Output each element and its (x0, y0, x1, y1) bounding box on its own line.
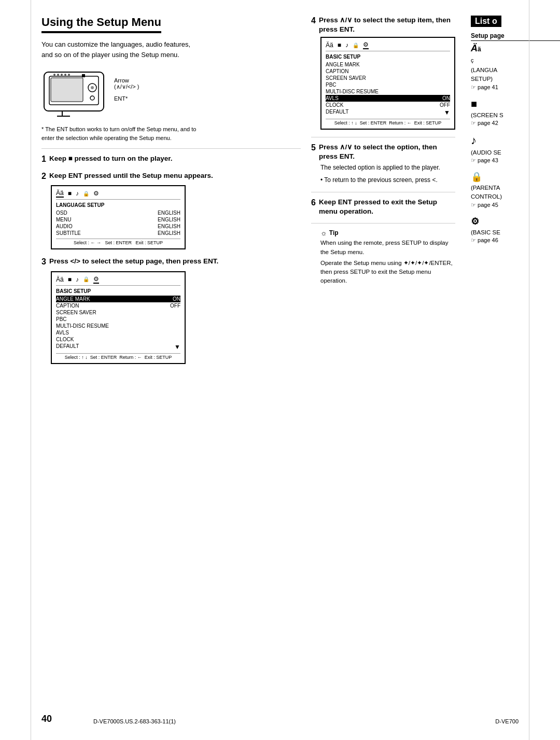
screen-row-multidisc: MULTI-DISC RESUME (56, 323, 180, 329)
gear-icon-2: ⚙ (93, 275, 99, 284)
screen-header-1: LANGUAGE SETUP (56, 202, 180, 208)
step-4: 4 Press ∧/∨ to select the setup item, th… (311, 16, 455, 130)
screen-row-audio: AUDIOENGLISH (56, 223, 180, 230)
step-5-title: Press ∧/∨ to select the option, then pre… (319, 143, 455, 161)
screen-mockup-2: Ää ■ ♪ 🔒 ⚙ BASIC SETUP ANGLE MARKON CAPT… (51, 271, 186, 364)
footer-code-right: D-VE700 (495, 718, 519, 724)
gear-icon-1: ⚙ (93, 190, 99, 197)
lang-icon-2: Ää (56, 276, 64, 283)
step-5-bullet: • To return to the previous screen, pres… (320, 175, 455, 185)
screen-mockup-3: Ää ■ ♪ 🔒 ⚙ BASIC SETUP ANGLE MARK (320, 37, 455, 130)
page-number: 40 (41, 714, 52, 724)
footnote-text: * The ENT button works to turn on/off th… (41, 125, 197, 142)
lock-icon-3: 🔒 (353, 43, 359, 48)
screen-icon-1: ■ (68, 190, 72, 197)
tip-icon: ☼ (320, 229, 327, 237)
screen-row-4-pbc: PBC (326, 81, 450, 88)
step-4-title: Press ∧/∨ to select the setup item, then… (319, 16, 455, 34)
step-6-title: Keep ENT pressed to exit the Setup menu … (319, 198, 455, 216)
divider-2 (311, 137, 455, 137)
left-margin (0, 0, 31, 740)
arrow-sub: (∧/∨/</> ) (114, 83, 139, 90)
step-2: 2 Keep ENT pressed until the Setup menu … (41, 171, 301, 249)
screen-icons-2: Ää ■ ♪ 🔒 ⚙ (56, 275, 180, 286)
divider-3 (311, 192, 455, 192)
screen-row-4-default: DEFAULT▼ (326, 108, 450, 117)
svg-point-6 (53, 74, 55, 76)
step-5-body: The selected option is applied to the pl… (320, 163, 455, 172)
svg-point-5 (90, 96, 94, 100)
screen-row-pbc: PBC (56, 316, 180, 323)
tip-line-2: Operate the Setup menu using ✦/✦/✦/✦/ENT… (320, 259, 455, 286)
right-margin (529, 0, 560, 740)
step-6: 6 Keep ENT pressed to exit the Setup men… (311, 198, 455, 216)
tip-header: ☼ Tip (320, 229, 455, 237)
step-3-number: 3 (41, 257, 46, 267)
screen-row-avls: AVLS (56, 329, 180, 336)
lock-icon-2: 🔒 (83, 276, 89, 282)
screen-row-4-screensaver: SCREEN SAVER (326, 75, 450, 81)
right-col-title: List o (471, 16, 501, 27)
screen-row-angle: ANGLE MARKON (56, 296, 180, 302)
footer-code-left: D-VE7000S.US.2-683-363-11(1) (93, 718, 176, 724)
screen-icon-2: ■ (68, 276, 72, 283)
audio-icon-1: ♪ (76, 190, 79, 197)
step-3-title: Press </> to select the setup page, then… (49, 257, 218, 266)
screen-icons-1: Ää ■ ♪ 🔒 ⚙ (56, 189, 180, 200)
screen-row-4-clock: CLOCKOFF (326, 102, 450, 108)
screen-header-3: BASIC SETUP (326, 53, 450, 60)
screen-row-4-angle: ANGLE MARK (326, 61, 450, 68)
svg-rect-13 (82, 74, 85, 77)
screen-row-clock: CLOCK (56, 336, 180, 343)
screen-row-screensaver: SCREEN SAVER (56, 309, 180, 316)
device-image (41, 67, 109, 119)
screen-row-subtitle: SUBTITLEENGLISH (56, 230, 180, 236)
screen-row-osd: OSDENGLISH (56, 210, 180, 216)
lang-icon-3: Ää (326, 41, 333, 49)
step-1-title: Keep ■ pressed to turn on the player. (49, 154, 173, 163)
screen-mockup-1: Ää ■ ♪ 🔒 ⚙ LANGUAGE SETUP OSDENGLISH MEN… (51, 185, 186, 249)
device-illustration: Arrow (∧/∨/</> ) ENT* (41, 67, 301, 119)
svg-point-8 (61, 74, 63, 76)
step-4-number: 4 (311, 16, 316, 25)
screen-row-caption: CAPTIONOFF (56, 302, 180, 309)
screen-icons-3: Ää ■ ♪ 🔒 ⚙ (326, 41, 450, 51)
screen-row-4-caption: CAPTION (326, 68, 450, 75)
svg-rect-2 (51, 78, 83, 102)
lang-icon: Ää (56, 189, 64, 198)
steps-456: 4 Press ∧/∨ to select the setup item, th… (311, 16, 455, 724)
screen-header-2: BASIC SETUP (56, 288, 180, 295)
screen-row-4-multidisc: MULTI-DISC RESUME (326, 88, 450, 95)
arrow-label: Arrow (114, 77, 129, 83)
screen-row-default: DEFAULT▼ (56, 343, 180, 351)
svg-point-10 (68, 74, 70, 76)
ent-label: ENT* (114, 95, 128, 102)
tip-section: ☼ Tip When using the remote, press SETUP… (320, 229, 455, 285)
divider-1 (41, 148, 301, 149)
lock-icon-1: 🔒 (83, 191, 89, 197)
audio-icon-2: ♪ (76, 276, 79, 283)
screen-footer-2: Select : ↑ ↓ Set : ENTER Return : ← Exit… (56, 353, 180, 360)
step-1-number: 1 (41, 154, 46, 164)
step-3: 3 Press </> to select the setup page, th… (41, 257, 301, 364)
gear-icon-3: ⚙ (363, 41, 369, 49)
audio-icon-3: ♪ (345, 41, 348, 49)
tip-line-1: When using the remote, press SETUP to di… (320, 239, 455, 257)
device-labels: Arrow (∧/∨/</> ) ENT* (114, 67, 139, 102)
step-5-number: 5 (311, 143, 316, 152)
svg-point-9 (64, 74, 66, 76)
step-6-number: 6 (311, 198, 316, 207)
step-5: 5 Press ∧/∨ to select the option, then p… (311, 143, 455, 185)
step-2-title: Keep ENT pressed until the Setup menu ap… (49, 171, 213, 180)
svg-point-4 (91, 86, 94, 89)
svg-point-7 (57, 74, 59, 76)
screen-row-4-avls: AVLSON (326, 95, 450, 102)
screen-footer-1: Select : ← → Set : ENTER Exit : SETUP (56, 239, 180, 245)
divider-4 (311, 223, 455, 224)
screen-row-menu: MENUENGLISH (56, 216, 180, 223)
screen-icon-3: ■ (338, 41, 341, 49)
step-1: 1 Keep ■ pressed to turn on the player. (41, 154, 301, 164)
screen-footer-3: Select : ↑ ↓ Set : ENTER Return : ← Exit… (326, 119, 450, 125)
step-2-number: 2 (41, 171, 46, 181)
intro-text: You can customize the languages, audio f… (41, 39, 192, 60)
